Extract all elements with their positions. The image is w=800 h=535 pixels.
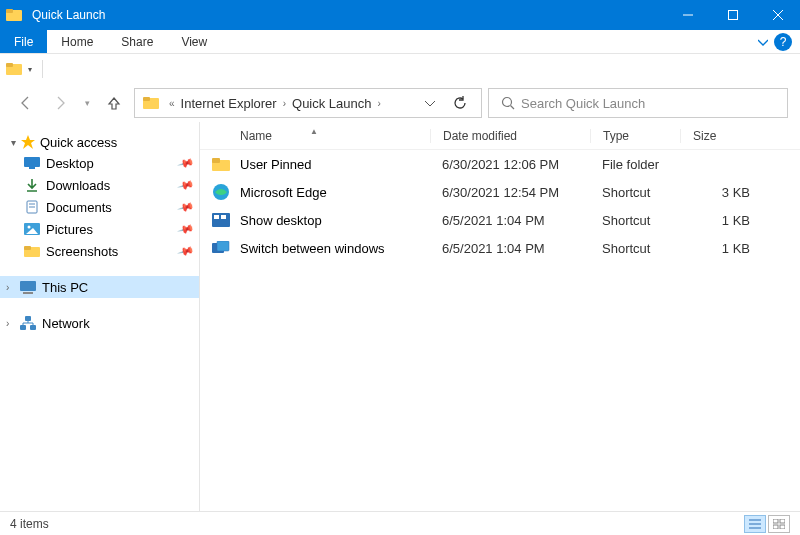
sidebar-item-label: Documents <box>46 200 179 215</box>
sidebar-quick-access[interactable]: ▾ Quick access <box>0 132 199 152</box>
downloads-icon <box>24 177 40 193</box>
navigation-pane: ▾ Quick access Desktop 📌 Downloads 📌 Doc… <box>0 122 200 511</box>
column-type[interactable]: Type <box>590 129 680 143</box>
pin-icon: 📌 <box>177 176 196 194</box>
svg-rect-25 <box>25 316 31 321</box>
edge-icon <box>212 183 230 201</box>
maximize-button[interactable] <box>710 0 755 30</box>
desktop-icon <box>24 155 40 171</box>
svg-rect-7 <box>6 63 13 67</box>
address-dropdown-icon[interactable] <box>417 98 443 108</box>
details-view-button[interactable] <box>744 515 766 533</box>
svg-rect-39 <box>217 241 229 251</box>
svg-rect-1 <box>6 9 13 13</box>
star-icon <box>20 134 36 150</box>
sidebar-network[interactable]: › Network <box>0 312 199 334</box>
file-date: 6/30/2021 12:06 PM <box>430 157 590 172</box>
sidebar-item-label: Quick access <box>40 135 117 150</box>
svg-rect-36 <box>214 215 219 219</box>
refresh-button[interactable] <box>443 96 477 110</box>
chevron-down-icon[interactable]: ▾ <box>6 137 20 148</box>
column-date[interactable]: Date modified <box>430 129 590 143</box>
qat-separator <box>42 60 43 78</box>
breadcrumb-caret-icon[interactable]: › <box>372 98 387 109</box>
file-size: 3 KB <box>680 185 770 200</box>
file-type: Shortcut <box>590 213 680 228</box>
svg-rect-46 <box>780 525 785 529</box>
address-folder-icon <box>143 95 159 111</box>
ribbon-share-tab[interactable]: Share <box>107 30 167 53</box>
title-bar: Quick Launch <box>0 0 800 30</box>
recent-dropdown-icon[interactable]: ▾ <box>80 89 94 117</box>
back-button[interactable] <box>12 89 40 117</box>
file-type: Shortcut <box>590 185 680 200</box>
svg-rect-22 <box>24 246 31 250</box>
file-type: Shortcut <box>590 241 680 256</box>
svg-marker-12 <box>21 135 35 149</box>
svg-rect-27 <box>30 325 36 330</box>
ribbon-file-tab[interactable]: File <box>0 30 47 53</box>
breadcrumb-internet-explorer[interactable]: Internet Explorer <box>181 96 277 111</box>
minimize-button[interactable] <box>665 0 710 30</box>
sidebar-pictures[interactable]: Pictures 📌 <box>0 218 199 240</box>
breadcrumb-overflow-icon[interactable]: « <box>163 98 181 109</box>
sidebar-item-label: Pictures <box>46 222 179 237</box>
file-row[interactable]: User Pinned 6/30/2021 12:06 PM File fold… <box>200 150 800 178</box>
file-list: Name ▲ Date modified Type Size User Pinn… <box>200 122 800 511</box>
sidebar-item-label: Desktop <box>46 156 179 171</box>
ribbon-expand-icon[interactable] <box>752 30 774 53</box>
icons-view-button[interactable] <box>768 515 790 533</box>
svg-point-10 <box>503 98 512 107</box>
file-rows: User Pinned 6/30/2021 12:06 PM File fold… <box>200 150 800 262</box>
sidebar-item-label: Screenshots <box>46 244 179 259</box>
breadcrumb-quick-launch[interactable]: Quick Launch <box>292 96 372 111</box>
file-date: 6/30/2021 12:54 PM <box>430 185 590 200</box>
svg-rect-13 <box>24 157 40 167</box>
chevron-right-icon[interactable]: › <box>6 282 20 293</box>
breadcrumb-caret-icon[interactable]: › <box>277 98 292 109</box>
quick-access-toolbar: ▾ <box>0 54 800 84</box>
sidebar-this-pc[interactable]: › This PC <box>0 276 199 298</box>
svg-rect-24 <box>23 292 33 294</box>
svg-rect-43 <box>773 519 778 523</box>
svg-line-11 <box>511 106 515 110</box>
file-name: Microsoft Edge <box>240 185 327 200</box>
svg-rect-33 <box>212 158 220 163</box>
help-button[interactable]: ? <box>774 33 792 51</box>
file-row[interactable]: Show desktop 6/5/2021 1:04 PM Shortcut 1… <box>200 206 800 234</box>
navigation-bar: ▾ « Internet Explorer › Quick Launch › S… <box>0 84 800 122</box>
file-size: 1 KB <box>680 241 770 256</box>
pin-icon: 📌 <box>177 242 196 260</box>
svg-rect-14 <box>29 167 35 169</box>
chevron-right-icon[interactable]: › <box>6 318 20 329</box>
svg-rect-44 <box>780 519 785 523</box>
file-name: User Pinned <box>240 157 312 172</box>
qat-dropdown-icon[interactable]: ▾ <box>24 65 36 74</box>
column-name[interactable]: Name ▲ <box>200 129 430 143</box>
file-name: Switch between windows <box>240 241 385 256</box>
ribbon-home-tab[interactable]: Home <box>47 30 107 53</box>
search-box[interactable]: Search Quick Launch <box>488 88 788 118</box>
file-row[interactable]: Switch between windows 6/5/2021 1:04 PM … <box>200 234 800 262</box>
column-size[interactable]: Size <box>680 129 770 143</box>
file-name: Show desktop <box>240 213 322 228</box>
search-placeholder: Search Quick Launch <box>521 96 645 111</box>
file-row[interactable]: Microsoft Edge 6/30/2021 12:54 PM Shortc… <box>200 178 800 206</box>
pictures-icon <box>24 221 40 237</box>
qat-folder-icon[interactable] <box>6 61 22 77</box>
sidebar-desktop[interactable]: Desktop 📌 <box>0 152 199 174</box>
close-button[interactable] <box>755 0 800 30</box>
up-button[interactable] <box>100 89 128 117</box>
address-bar[interactable]: « Internet Explorer › Quick Launch › <box>134 88 482 118</box>
file-type: File folder <box>590 157 680 172</box>
folder-icon <box>212 155 230 173</box>
this-pc-icon <box>20 279 36 295</box>
sidebar-downloads[interactable]: Downloads 📌 <box>0 174 199 196</box>
svg-rect-3 <box>728 11 737 20</box>
sidebar-screenshots[interactable]: Screenshots 📌 <box>0 240 199 262</box>
forward-button[interactable] <box>46 89 74 117</box>
sidebar-documents[interactable]: Documents 📌 <box>0 196 199 218</box>
ribbon-view-tab[interactable]: View <box>167 30 221 53</box>
pin-icon: 📌 <box>177 220 196 238</box>
sort-asc-icon: ▲ <box>310 127 318 136</box>
